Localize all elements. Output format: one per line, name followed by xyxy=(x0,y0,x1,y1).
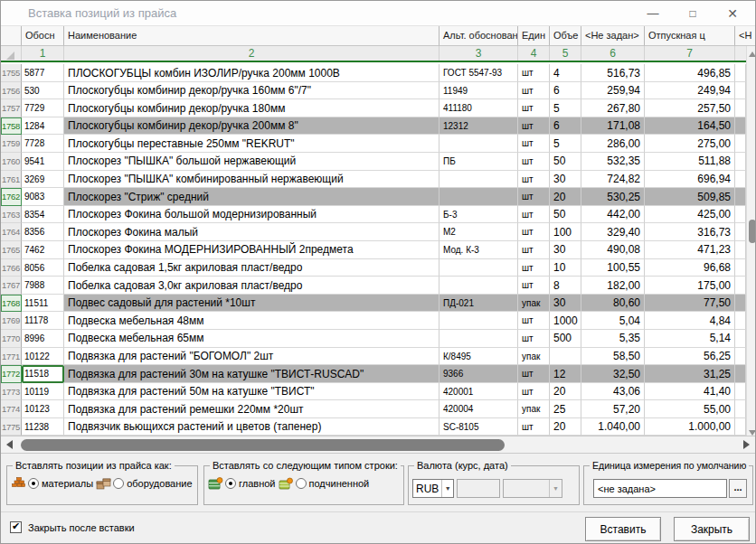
materials-radio-label[interactable]: материалы xyxy=(42,478,93,489)
cell-qty[interactable]: 10 xyxy=(550,259,581,277)
cell-name[interactable]: Плоскогубцы комбинир декор/ручка 180мм xyxy=(64,99,439,117)
cell-name[interactable]: ПЛОСКОГУБЦЫ комбин ИЗОЛИР/ручка 200мм 10… xyxy=(64,64,439,82)
cell-code[interactable]: 10122 xyxy=(22,348,64,366)
cell-alt[interactable]: 420004 xyxy=(439,400,518,418)
cell-p1[interactable]: 32,50 xyxy=(581,365,645,383)
cell-qty[interactable]: 50 xyxy=(550,153,581,171)
cell-alt[interactable] xyxy=(439,259,518,277)
cell-qty[interactable]: 20 xyxy=(550,383,581,401)
cell-sliver[interactable] xyxy=(735,312,746,330)
cell-p2[interactable]: 4,84 xyxy=(645,312,735,330)
cell-name[interactable]: Плоскорез Фокина большой модернизированн… xyxy=(64,206,439,224)
cell-sliver[interactable] xyxy=(735,383,746,401)
cell-sliver[interactable] xyxy=(735,418,746,436)
cell-sliver[interactable] xyxy=(735,188,746,206)
cell-p2[interactable]: 249,94 xyxy=(645,82,735,100)
cell-unit[interactable]: шт xyxy=(518,312,550,330)
cell-n[interactable]: 1762 xyxy=(1,188,22,206)
table-row[interactable]: 17613269Плоскорез "ПЫШКА" комбинированны… xyxy=(1,171,746,189)
vertical-scrollbar[interactable] xyxy=(746,46,756,441)
cell-code[interactable]: 3269 xyxy=(22,171,64,189)
cell-sliver[interactable] xyxy=(735,99,746,117)
cell-name[interactable]: Подвязка для растений ремешки 220мм *20ш… xyxy=(64,400,439,418)
cell-qty[interactable]: 4 xyxy=(550,64,581,82)
scroll-left-icon[interactable] xyxy=(6,440,13,449)
header-next-column-sliver[interactable]: <Н xyxy=(735,26,756,46)
currency-select[interactable]: RUB ▼ xyxy=(412,479,454,498)
horizontal-scroll-thumb[interactable] xyxy=(21,439,505,451)
cell-name[interactable]: Подвес садовый для растений *10шт xyxy=(64,295,439,313)
table-row[interactable]: 176911178Подвеска мебельная 48ммшт10005,… xyxy=(1,312,746,330)
cell-unit[interactable]: шт xyxy=(518,171,550,189)
scroll-up-icon[interactable] xyxy=(749,52,756,57)
cell-n[interactable]: 1763 xyxy=(1,206,22,224)
cell-alt[interactable] xyxy=(439,277,518,295)
cell-alt[interactable] xyxy=(439,135,518,153)
cell-p2[interactable]: 496,85 xyxy=(645,64,735,82)
cell-qty[interactable]: 500 xyxy=(550,330,581,348)
cell-n[interactable]: 1773 xyxy=(1,383,22,401)
cell-unit[interactable]: шт xyxy=(518,135,550,153)
table-row[interactable]: 17668056Побелка садовая 1,5кг акриловая … xyxy=(1,259,746,277)
cell-n[interactable]: 1761 xyxy=(1,171,22,189)
cell-unit[interactable]: шт xyxy=(518,153,550,171)
cell-alt[interactable] xyxy=(439,171,518,189)
cell-code[interactable]: 9083 xyxy=(22,188,64,206)
table-row[interactable]: 177110122Подвязка для растений "БОГОМОЛ"… xyxy=(1,348,746,366)
insert-button[interactable]: Вставить xyxy=(585,517,661,541)
cell-p2[interactable]: 509,85 xyxy=(645,188,735,206)
cell-p1[interactable]: 724,82 xyxy=(581,171,645,189)
cell-qty[interactable]: 30 xyxy=(550,171,581,189)
header-justification[interactable]: Обосн xyxy=(22,26,64,46)
cell-code[interactable]: 8996 xyxy=(22,330,64,348)
cell-n[interactable]: 1764 xyxy=(1,223,22,241)
cell-name[interactable]: Подвеска мебельная 48мм xyxy=(64,312,439,330)
cell-unit[interactable]: шт xyxy=(518,117,550,136)
cell-p1[interactable]: 516,73 xyxy=(581,64,645,82)
cell-n[interactable]: 1757 xyxy=(1,99,22,117)
cell-sliver[interactable] xyxy=(735,400,746,418)
cell-alt[interactable]: К/8495 xyxy=(439,348,518,366)
cell-code[interactable]: 8356 xyxy=(22,223,64,241)
cell-alt[interactable]: ПД-021 xyxy=(439,295,518,313)
cell-n[interactable]: 1765 xyxy=(1,241,22,259)
scroll-right-icon[interactable] xyxy=(743,440,750,449)
table-row[interactable]: 17648356Плоскорез Фокина малыйМ2шт100329… xyxy=(1,223,746,241)
cell-p2[interactable]: 77,50 xyxy=(645,295,735,313)
close-after-insert-checkbox[interactable] xyxy=(10,521,22,533)
cell-p2[interactable]: 55,00 xyxy=(645,400,735,418)
cell-unit[interactable]: шт xyxy=(518,99,550,117)
cell-unit[interactable]: упак xyxy=(518,400,550,418)
table-row[interactable]: 17577729Плоскогубцы комбинир декор/ручка… xyxy=(1,99,746,117)
cell-code[interactable]: 10123 xyxy=(22,400,64,418)
cell-p1[interactable]: 329,40 xyxy=(581,223,645,241)
cell-qty[interactable]: 30 xyxy=(550,295,581,313)
table-row[interactable]: 17629083Плоскорез "Стриж" среднийшт20530… xyxy=(1,188,746,206)
table-row[interactable]: 177410123Подвязка для растений ремешки 2… xyxy=(1,400,746,418)
equipment-radio[interactable] xyxy=(113,478,124,489)
header-name[interactable]: Наименование xyxy=(64,26,439,46)
cell-unit[interactable]: шт xyxy=(518,383,550,401)
main-row-radio-label[interactable]: главной xyxy=(239,478,276,489)
table-row[interactable]: 17677988Побелка садовая 3,0кг акриловая … xyxy=(1,277,746,295)
cell-alt[interactable]: 12312 xyxy=(439,117,518,136)
cell-p2[interactable]: 56,25 xyxy=(645,348,735,366)
cell-qty[interactable]: 20 xyxy=(550,418,581,436)
cell-alt[interactable] xyxy=(439,330,518,348)
cell-p2[interactable]: 316,73 xyxy=(645,223,735,241)
cell-name[interactable]: Плоскорез Фокина малый xyxy=(64,223,439,241)
cell-sliver[interactable] xyxy=(735,223,746,241)
cell-n[interactable]: 1766 xyxy=(1,259,22,277)
materials-radio[interactable] xyxy=(28,478,39,489)
cell-p2[interactable]: 41,40 xyxy=(645,383,735,401)
cell-p2[interactable]: 257,50 xyxy=(645,99,735,117)
sort-corner[interactable] xyxy=(1,46,22,61)
cell-sliver[interactable] xyxy=(735,135,746,153)
cell-code[interactable]: 11511 xyxy=(22,295,64,313)
cell-qty[interactable]: 8 xyxy=(550,277,581,295)
cell-alt[interactable]: Мод. К-3 xyxy=(439,241,518,259)
header-selling-price[interactable]: Отпускная ц xyxy=(645,26,735,46)
cell-p2[interactable]: 175,00 xyxy=(645,277,735,295)
vertical-scroll-thumb[interactable] xyxy=(749,220,756,243)
cell-n[interactable]: 1756 xyxy=(1,82,22,100)
